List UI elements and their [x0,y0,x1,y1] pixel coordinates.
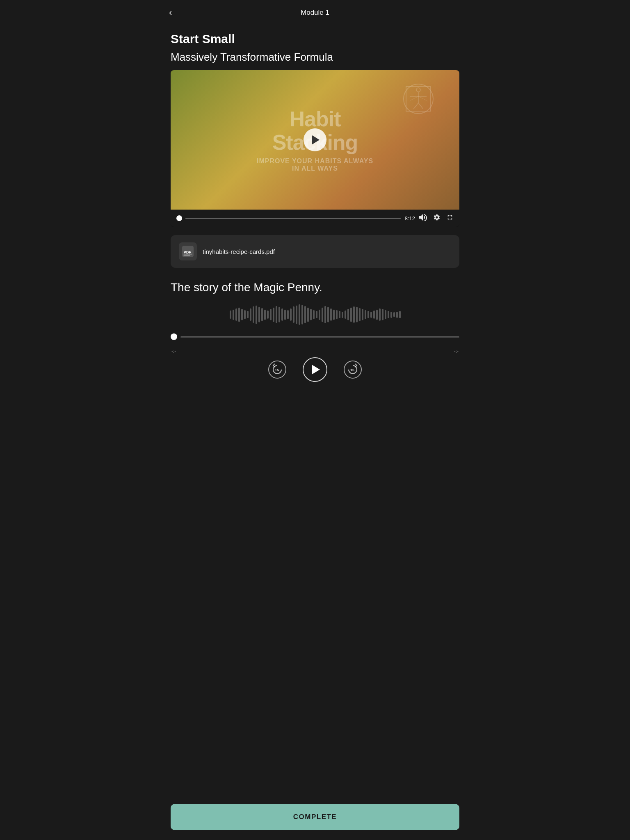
wave-bar [310,309,312,320]
wave-bar [290,308,292,321]
pdf-attachment[interactable]: PDF tinyhabits-recipe-cards.pdf [171,235,459,268]
wave-bar [264,310,266,320]
wave-bar [385,310,386,319]
audio-progress-row[interactable] [171,333,459,340]
wave-bar [376,310,378,320]
video-progress-area[interactable] [176,215,401,221]
wave-bar [396,312,398,318]
wave-bar [362,309,363,320]
header-title: Module 1 [301,9,329,17]
wave-bar [233,310,234,320]
wave-bar [373,310,375,319]
wave-bar [230,310,231,319]
pdf-filename: tinyhabits-recipe-cards.pdf [203,248,275,255]
video-controls-bar: 8:12 [171,210,459,227]
wave-bar [256,306,257,324]
svg-text:PDF: PDF [184,250,192,254]
main-content: Start Small Massively Transformative For… [158,25,472,444]
audio-time-start: -:- [171,348,176,354]
skip-back-button[interactable]: 15 [268,361,286,379]
wave-bar [267,310,269,319]
wave-bar [253,306,254,323]
wave-bar [296,306,297,324]
wave-bar [393,312,395,317]
wave-bar [345,310,346,319]
settings-icon[interactable] [433,214,441,223]
video-sub-text: IMPROVE YOUR HABITS ALWAYSIN ALL WAYS [257,158,373,172]
wave-bar [304,306,306,323]
wave-bar [241,309,243,320]
wave-bar [316,311,317,318]
audio-time-end: -:- [454,348,459,354]
back-button[interactable]: ‹ [166,7,175,19]
wave-bar [293,306,294,323]
wave-bar [370,312,372,318]
wave-bar [342,312,343,318]
wave-bar [235,308,237,321]
wave-bar [244,310,246,319]
wave-bar [287,310,289,319]
svg-text:15: 15 [275,368,279,372]
wave-bar [359,308,361,321]
fullscreen-icon[interactable] [446,214,454,223]
video-control-icons [419,214,454,223]
skip-forward-button[interactable]: 15 [344,361,362,379]
wave-bar [299,304,300,325]
audio-controls: 15 15 [171,357,459,382]
wave-bar [238,308,240,322]
audio-progress-bar[interactable] [180,336,459,338]
wave-bar [307,308,309,322]
svg-rect-11 [184,254,192,255]
wave-bar [247,311,249,318]
wave-bar [388,311,389,318]
svg-rect-12 [184,255,190,256]
wave-bar [327,307,329,322]
audio-progress-thumb[interactable] [171,333,177,340]
wave-bar [270,309,272,320]
wave-bar [250,308,251,321]
header: ‹ Module 1 [158,0,472,25]
video-progress-bar[interactable] [185,218,401,219]
wave-bar [350,308,352,322]
section-title: Start Small [171,32,459,46]
wave-bar [390,312,392,318]
wave-bar [273,308,274,322]
audio-title: The story of the Magic Penny. [171,281,459,294]
wave-bar [382,309,383,320]
wave-bar [330,308,332,321]
wave-bar [261,308,263,321]
wave-bar [336,310,338,319]
wave-bar [258,307,260,322]
wave-bar [347,309,349,320]
wave-bar [353,306,355,323]
video-progress-thumb[interactable] [176,215,182,221]
video-play-button[interactable] [304,128,326,151]
audio-waveform [171,302,459,327]
wave-bar [399,311,401,318]
wave-bar [368,311,369,318]
video-player: Habit Stacking IMPROVE YOUR HABITS ALWAY… [171,70,459,227]
wave-bar [324,306,326,323]
wave-bar [278,307,280,322]
wave-bar [365,310,366,319]
wave-bar [333,310,335,320]
wave-bar [356,307,358,322]
wave-bar [322,308,323,322]
sub-title: Massively Transformative Formula [171,51,459,64]
wave-bar [313,310,315,319]
video-thumbnail: Habit Stacking IMPROVE YOUR HABITS ALWAY… [171,70,459,210]
audio-play-button[interactable] [303,357,327,382]
wave-bar [281,308,283,321]
wave-bar [284,310,286,320]
pdf-icon: PDF [182,246,194,257]
pdf-icon-box: PDF [179,242,197,260]
wave-bar [301,305,303,324]
audio-time-labels: -:- -:- [171,348,459,354]
video-time: 8:12 [405,215,415,221]
wave-bar [276,306,277,323]
wave-bar [379,308,381,321]
svg-text:15: 15 [350,368,354,372]
wave-bar [339,311,340,318]
volume-icon[interactable] [419,214,427,222]
wave-bar [319,310,320,320]
